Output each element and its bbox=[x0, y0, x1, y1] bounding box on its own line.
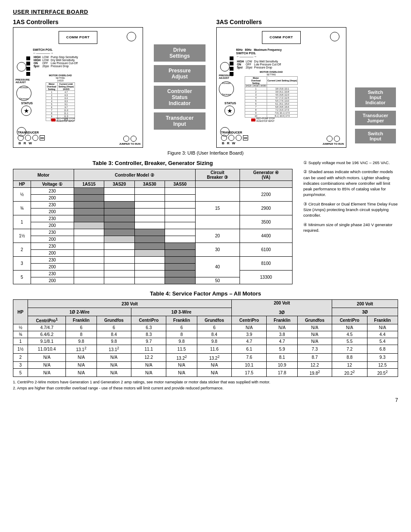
table-row: 1 9.1/8.1 9.8 9.8 9.7 9.8 9.8 4.7 4.7 N/… bbox=[13, 338, 398, 345]
table-row: 5 230 13300 bbox=[13, 271, 293, 277]
table4: HP 230 Volt 200 Volt3Ø 200 Volt 1Ø 2-Wir… bbox=[13, 299, 398, 377]
table-row: ¾ 6.4/6.2 8 8.4 8.3 8 8.4 3.9 3.8 N/A 4.… bbox=[13, 331, 398, 338]
th-va bbox=[240, 181, 292, 188]
th-voltage: Voltage ① bbox=[31, 181, 74, 188]
th4-hp: HP bbox=[13, 300, 28, 324]
table3-notes: ① Supply voltage must be 196 VAC – 265 V… bbox=[299, 160, 398, 284]
table-row: 1½ 230 20 4400 bbox=[13, 229, 293, 236]
table3: Motor Controller Model ② CircuitBreaker … bbox=[13, 169, 293, 284]
right-controller-section: 3AS Controllers COMM PORT 60Hz 80Hz Maxi… bbox=[216, 19, 346, 148]
th-generator: Generator ④(VA) bbox=[240, 169, 292, 181]
table-row: ¾ 230 15 2900 bbox=[13, 202, 293, 208]
th-hp: HP bbox=[13, 181, 31, 188]
status-left: STATUS ★ bbox=[21, 102, 33, 116]
th-1as15: 1AS15 bbox=[74, 181, 104, 188]
callout-pressure-adjust: PressureAdjust bbox=[154, 65, 206, 82]
circle-top-right-right bbox=[330, 32, 339, 41]
status-right: STATUS ★ bbox=[224, 102, 236, 116]
table-row: 1½ 11.0/10.4 13.12 13.12 11.1 11.5 11.6 … bbox=[13, 345, 398, 353]
th-3as30: 3AS30 bbox=[134, 181, 165, 188]
table-row: ½ 4.7/4.7 6 6 6.3 6 6 N/A N/A N/A N/A N/… bbox=[13, 324, 398, 331]
comm-port-label-left: COMM PORT bbox=[66, 35, 90, 39]
red-pump-stop-left: RED=PUMP STOPRUN/STOP INPUT bbox=[51, 117, 75, 122]
table-row: ½ 230 2200 bbox=[13, 188, 293, 195]
callout-transducer-jumper: TransducerJumper bbox=[355, 111, 396, 125]
right-controller-diagram: COMM PORT 60Hz 80Hz Maximum Frequency SW… bbox=[216, 27, 346, 148]
jumper-left: JUMPER TO RUN bbox=[119, 136, 140, 145]
motor-overload-right: MOTOR OVERLOAD SETTING MotorOverloadSett… bbox=[245, 71, 298, 118]
th4-gr1: Grundfos bbox=[97, 316, 131, 324]
callout-switch-input: SwitchInput bbox=[355, 129, 396, 143]
page-title: USER INTERFACE BOARD bbox=[13, 9, 398, 15]
table4-title: Table 4: Service Factor Amps – All Motor… bbox=[13, 290, 398, 297]
table-row: 5 N/A N/A N/A N/A N/A N/A 17.5 17.8 19.8… bbox=[13, 368, 398, 376]
motor-overload-left: MOTOR OVERLOAD SETTING1AS15 MotorOverloa… bbox=[46, 74, 75, 121]
th4-gr2: Grundfos bbox=[197, 316, 231, 324]
table-row: 2 230 30 6100 bbox=[13, 243, 293, 250]
th4-cp2: CentriPro bbox=[131, 316, 166, 324]
th4-230v: 230 Volt bbox=[28, 300, 232, 308]
th4-3ph: 3Ø bbox=[332, 308, 398, 316]
th-controller-model: Controller Model ② bbox=[74, 169, 195, 181]
th4-gr3: Grundfos bbox=[297, 316, 332, 324]
callout-transducer-input: TransducerInput bbox=[154, 112, 206, 130]
footnote-1: 1. CentriPro 2-Wire motors have Generati… bbox=[13, 380, 398, 386]
th4-200v-3ph: 200 Volt3Ø bbox=[232, 300, 332, 316]
th4-fr3: Franklin bbox=[267, 316, 297, 324]
circle-left-mid-right bbox=[220, 62, 230, 72]
transducer-left: TRANSDUCER BRW bbox=[18, 131, 45, 145]
table3-title: Table 3: Controller, Breaker, Generator … bbox=[13, 160, 293, 166]
table4-wrapper: Table 4: Service Factor Amps – All Motor… bbox=[13, 290, 398, 391]
jumper-right: JUMPER TO RUN bbox=[322, 136, 344, 145]
table3-wrapper: Table 3: Controller, Breaker, Generator … bbox=[13, 160, 398, 284]
th4-200v-label: 200 Volt bbox=[332, 300, 398, 308]
th4-fr2: Franklin bbox=[166, 316, 197, 324]
table-row: 1 230 3500 bbox=[13, 215, 293, 222]
th4-fr4: Franklin bbox=[367, 316, 398, 324]
right-controller-label: 3AS Controllers bbox=[216, 19, 346, 25]
settings-rows-left: HIGHLOWPump Stop Sensitivity HIGHLOWDry … bbox=[33, 56, 79, 68]
callout-drive-settings: DriveSettings bbox=[154, 44, 206, 62]
callouts-right: SwitchInputIndicator TransducerJumper Sw… bbox=[355, 19, 398, 148]
th4-cp1: CentriPro1 bbox=[28, 316, 66, 324]
left-controller-label: 1AS Controllers bbox=[13, 19, 143, 25]
switch-pos-right: 60Hz 80Hz Maximum Frequency SWITCH POS. … bbox=[236, 48, 282, 59]
th-3as50: 3AS50 bbox=[165, 181, 195, 188]
pressure-adjust-right: PRESSUREADJUST Increase Decrease bbox=[219, 74, 234, 96]
transducer-right: TRANSDUCER BRW bbox=[221, 131, 248, 145]
note-1: ① Supply voltage must be 196 VAC – 265 V… bbox=[303, 160, 398, 165]
th-3as20: 3AS20 bbox=[104, 181, 134, 188]
note-3: ③ Circuit Breaker or Dual Element Time D… bbox=[303, 201, 398, 218]
callout-controller-status: ControllerStatusIndicator bbox=[154, 86, 206, 109]
left-controller-section: 1AS Controllers COMM PORT SWITCH POS. ←—… bbox=[13, 19, 143, 148]
settings-rows-right: HIGHLOWDry Well Sensitivity ONOFFLow Pre… bbox=[236, 60, 282, 69]
comm-port-label-right: COMM PORT bbox=[270, 35, 293, 39]
page-header: USER INTERFACE BOARD bbox=[13, 9, 398, 15]
pressure-adjust-left: PRESSUREADJUST Increase Decrease bbox=[16, 78, 31, 101]
th4-cp4: CentriPro bbox=[332, 316, 367, 324]
table-row: 3 230 40 8100 bbox=[13, 257, 293, 264]
th4-cp3: CentriPro bbox=[232, 316, 267, 324]
footnote-2: 2. Amps are higher than controller overl… bbox=[13, 386, 398, 392]
th4-1ph3w: 1Ø 3-Wire bbox=[131, 308, 232, 316]
black-squares-right bbox=[230, 56, 234, 76]
th-motor: Motor bbox=[13, 169, 74, 181]
table-row: 2 N/A N/A N/A 12.2 13.22 13.22 7.6 8.1 8… bbox=[13, 353, 398, 361]
circle-left-mid-left bbox=[17, 62, 26, 72]
th4-1ph2w: 1Ø 2-Wire bbox=[28, 308, 131, 316]
switch-pos-left: SWITCH POS. ←————→ bbox=[33, 48, 53, 55]
page-number: 7 bbox=[13, 397, 398, 403]
circle-top-right-left bbox=[127, 32, 136, 41]
callout-switch-input-indicator: SwitchInputIndicator bbox=[355, 87, 396, 107]
callouts-middle: DriveSettings PressureAdjust ControllerS… bbox=[152, 19, 208, 148]
black-squares-left bbox=[26, 56, 30, 76]
note-2: ② Shaded areas indicate which controller… bbox=[303, 169, 398, 197]
th4-fr1: Franklin bbox=[66, 316, 97, 324]
table3-left: Table 3: Controller, Breaker, Generator … bbox=[13, 160, 293, 284]
footnotes: 1. CentriPro 2-Wire motors have Generati… bbox=[13, 380, 398, 391]
figure-caption: Figure 3: UIB (User Interface Board) bbox=[13, 150, 398, 156]
note-4: ④ Minimum size of single phase 240 V gen… bbox=[303, 222, 398, 233]
th-breaker-num bbox=[195, 181, 240, 188]
table-row: 3 N/A N/A N/A N/A N/A N/A 10.1 10.9 12.2… bbox=[13, 361, 398, 368]
left-controller-diagram: COMM PORT SWITCH POS. ←————→ HIGHLOWPump… bbox=[13, 27, 143, 148]
